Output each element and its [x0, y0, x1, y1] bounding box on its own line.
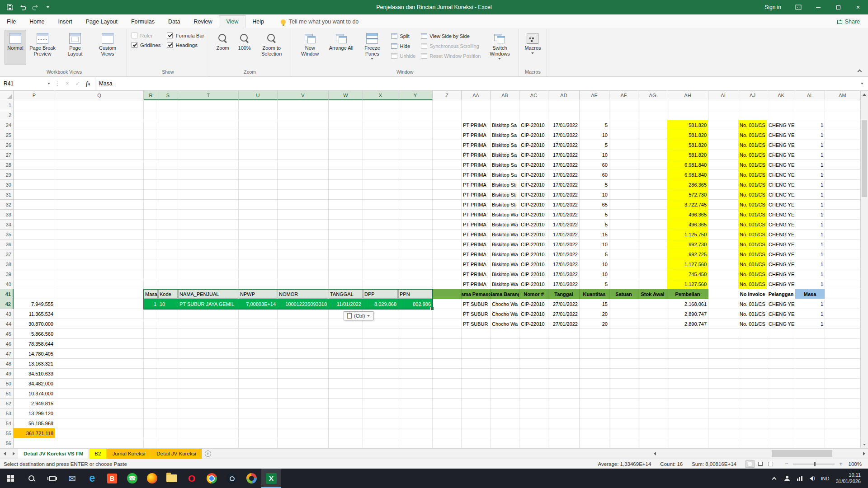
cell-AL35[interactable]: 1: [795, 230, 825, 239]
cell-AJ53[interactable]: [738, 408, 767, 418]
cell-S31[interactable]: [158, 190, 178, 200]
cell-AI51[interactable]: [708, 389, 738, 399]
cell-V41[interactable]: NOMOR: [278, 289, 329, 299]
cell-AA37[interactable]: PT PRIMA: [462, 249, 491, 259]
cell-T44[interactable]: [178, 319, 239, 329]
zoom-to-selection-button[interactable]: Zoom to Selection: [255, 30, 288, 65]
cell-S37[interactable]: [158, 249, 178, 259]
cell-AB37[interactable]: Biskitop Wa: [491, 249, 519, 259]
cell-AA26[interactable]: PT PRIMA: [462, 140, 491, 150]
cell-AD38[interactable]: 17/01/2022: [548, 259, 580, 269]
cell-S47[interactable]: [158, 349, 178, 359]
cell-U53[interactable]: [239, 408, 278, 418]
cell-AJ49[interactable]: [738, 369, 767, 379]
row-header-35[interactable]: 35: [0, 230, 14, 239]
ribbon-tab-page-layout[interactable]: Page Layout: [79, 16, 124, 28]
cell-AH36[interactable]: 992.730: [667, 239, 708, 249]
cell-AJ46[interactable]: [738, 339, 767, 349]
cell-AC29[interactable]: CIP-22010: [519, 170, 548, 180]
row-header-40[interactable]: 40: [0, 279, 14, 289]
cell-X29[interactable]: [363, 170, 398, 180]
cell-AF52[interactable]: [609, 399, 638, 408]
cell-AH1[interactable]: [667, 100, 708, 110]
cell-AD2[interactable]: [548, 110, 580, 120]
cell-V28[interactable]: [278, 160, 329, 170]
cell-AH54[interactable]: [667, 418, 708, 428]
cell-AI37[interactable]: [708, 249, 738, 259]
cell-X53[interactable]: [363, 408, 398, 418]
cell-Y32[interactable]: [398, 200, 433, 210]
cell-AH41[interactable]: Pembelian: [667, 289, 708, 299]
cell-AC48[interactable]: [519, 359, 548, 369]
cell-T54[interactable]: [178, 418, 239, 428]
cell-Q48[interactable]: [55, 359, 144, 369]
cell-V31[interactable]: [278, 190, 329, 200]
cell-W48[interactable]: [329, 359, 363, 369]
opera-icon[interactable]: [182, 469, 202, 488]
cell-S55[interactable]: [158, 428, 178, 438]
cell-AG40[interactable]: [638, 279, 667, 289]
cell-U41[interactable]: NPWP: [239, 289, 278, 299]
cell-Z39[interactable]: [433, 269, 462, 279]
cell-AD27[interactable]: 17/01/2022: [548, 150, 580, 160]
ribbon-tab-data[interactable]: Data: [161, 16, 187, 28]
zoom-100-button[interactable]: 100%: [234, 30, 255, 65]
row-header-2[interactable]: 2: [0, 110, 14, 120]
cell-R55[interactable]: [144, 428, 158, 438]
cell-T40[interactable]: [178, 279, 239, 289]
cell-AA50[interactable]: [462, 379, 491, 389]
search-button[interactable]: [21, 469, 42, 488]
cell-AI42[interactable]: [708, 299, 738, 309]
cell-AJ25[interactable]: No. 001/CS: [738, 130, 767, 140]
cell-AF2[interactable]: [609, 110, 638, 120]
cell-T31[interactable]: [178, 190, 239, 200]
cell-AH2[interactable]: [667, 110, 708, 120]
reset-window-position-button[interactable]: Reset Window Position: [419, 52, 482, 61]
cell-T46[interactable]: [178, 339, 239, 349]
cell-AK27[interactable]: CHENG YE: [767, 150, 795, 160]
cell-AD48[interactable]: [548, 359, 580, 369]
column-header-AK[interactable]: AK: [767, 91, 795, 100]
cell-AA48[interactable]: [462, 359, 491, 369]
cell-AA38[interactable]: PT PRIMA: [462, 259, 491, 269]
cell-Z30[interactable]: [433, 180, 462, 190]
cell-AI55[interactable]: [708, 428, 738, 438]
cell-T26[interactable]: [178, 140, 239, 150]
horizontal-scroll-track[interactable]: [659, 449, 860, 459]
cell-AL41[interactable]: Masa: [795, 289, 825, 299]
cell-Z31[interactable]: [433, 190, 462, 200]
cell-S35[interactable]: [158, 230, 178, 239]
cell-AB53[interactable]: [491, 408, 519, 418]
cell-Y33[interactable]: [398, 210, 433, 220]
cell-AG43[interactable]: [638, 309, 667, 319]
cell-AH32[interactable]: 3.722.745: [667, 200, 708, 210]
cell-Q51[interactable]: [55, 389, 144, 399]
cell-AG24[interactable]: [638, 120, 667, 130]
cell-Y48[interactable]: [398, 359, 433, 369]
cell-AE24[interactable]: 5: [580, 120, 609, 130]
language-indicator[interactable]: IND: [819, 469, 831, 488]
cell-AD32[interactable]: 17/01/2022: [548, 200, 580, 210]
cell-Y28[interactable]: [398, 160, 433, 170]
cell-AC36[interactable]: CIP-22010: [519, 239, 548, 249]
cell-AE26[interactable]: 5: [580, 140, 609, 150]
cell-AK50[interactable]: [767, 379, 795, 389]
split-button[interactable]: Split: [389, 32, 417, 41]
cell-Z53[interactable]: [433, 408, 462, 418]
sheet-tab-detail-jv-koreksi-vs-fm[interactable]: Detail JV Koreksi VS FM: [18, 449, 89, 459]
cell-AB26[interactable]: Biskitop Sa: [491, 140, 519, 150]
cell-AL1[interactable]: [795, 100, 825, 110]
cell-AB47[interactable]: [491, 349, 519, 359]
cell-V52[interactable]: [278, 399, 329, 408]
cell-AA40[interactable]: PT PRIMA: [462, 279, 491, 289]
cell-Y52[interactable]: [398, 399, 433, 408]
cell-AC1[interactable]: [519, 100, 548, 110]
cell-AK30[interactable]: CHENG YE: [767, 180, 795, 190]
cell-AF55[interactable]: [609, 428, 638, 438]
cell-AG36[interactable]: [638, 239, 667, 249]
cell-AK29[interactable]: CHENG YE: [767, 170, 795, 180]
cell-AB48[interactable]: [491, 359, 519, 369]
cell-Z37[interactable]: [433, 249, 462, 259]
cell-W50[interactable]: [329, 379, 363, 389]
cell-AL25[interactable]: 1: [795, 130, 825, 140]
